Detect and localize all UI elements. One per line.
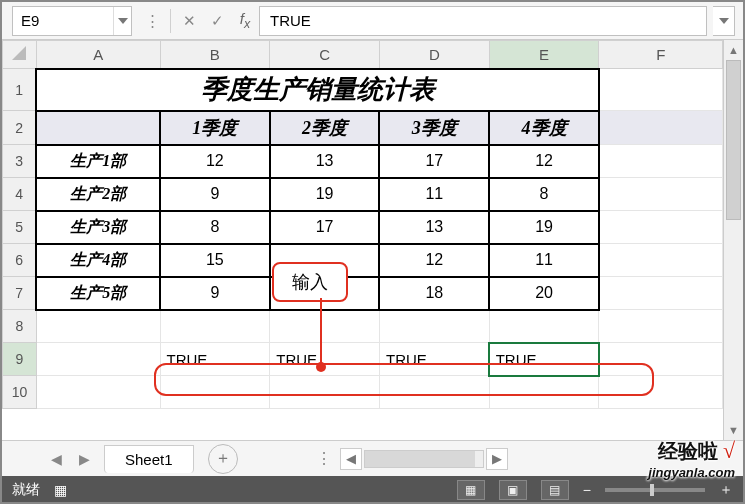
row-label[interactable]: 生产3部 <box>36 211 160 244</box>
empty-cell[interactable] <box>36 310 160 343</box>
data-cell[interactable]: 19 <box>270 178 380 211</box>
row-header[interactable]: 9 <box>3 343 37 376</box>
zoom-slider[interactable] <box>605 488 705 492</box>
empty-cell[interactable] <box>599 178 723 211</box>
select-all-corner[interactable] <box>3 41 37 69</box>
empty-cell[interactable] <box>270 310 380 343</box>
zoom-in-icon[interactable]: ＋ <box>719 481 733 499</box>
formula-input[interactable]: TRUE <box>259 6 707 36</box>
column-header[interactable]: A <box>36 41 160 69</box>
empty-cell[interactable] <box>599 211 723 244</box>
tab-prev-icon[interactable]: ◀ <box>42 445 70 473</box>
scroll-track[interactable] <box>726 60 741 420</box>
scroll-track[interactable] <box>364 450 484 468</box>
row-header[interactable]: 5 <box>3 211 37 244</box>
scroll-thumb[interactable] <box>365 451 475 467</box>
row-header[interactable]: 2 <box>3 111 37 145</box>
result-cell[interactable]: TRUE <box>270 343 380 376</box>
column-header[interactable]: D <box>379 41 489 69</box>
header-cell[interactable]: 3季度 <box>379 111 489 145</box>
table-title[interactable]: 季度生产销量统计表 <box>36 69 599 111</box>
name-box[interactable]: E9 <box>12 6 132 36</box>
data-cell[interactable]: 9 <box>160 277 270 310</box>
row-label[interactable]: 生产5部 <box>36 277 160 310</box>
row-header[interactable]: 8 <box>3 310 37 343</box>
data-cell[interactable] <box>270 244 380 277</box>
macro-icon[interactable]: ▦ <box>54 482 67 498</box>
data-cell[interactable]: 8 <box>489 178 599 211</box>
tab-next-icon[interactable]: ▶ <box>70 445 98 473</box>
empty-cell[interactable] <box>489 376 599 409</box>
data-cell[interactable]: 11 <box>489 244 599 277</box>
zoom-handle[interactable] <box>650 484 654 496</box>
row-header[interactable]: 4 <box>3 178 37 211</box>
row-header[interactable]: 3 <box>3 145 37 178</box>
empty-cell[interactable] <box>599 343 723 376</box>
result-cell[interactable]: TRUE <box>379 343 489 376</box>
scroll-thumb[interactable] <box>726 60 741 220</box>
data-cell[interactable]: 12 <box>160 145 270 178</box>
column-header[interactable]: F <box>599 41 723 69</box>
view-break-icon[interactable]: ▤ <box>541 480 569 500</box>
data-cell[interactable]: 12 <box>379 244 489 277</box>
empty-cell[interactable] <box>599 277 723 310</box>
header-cell[interactable]: 1季度 <box>160 111 270 145</box>
scroll-up-icon[interactable]: ▲ <box>724 40 743 60</box>
header-cell[interactable] <box>36 111 160 145</box>
header-cell[interactable]: 4季度 <box>489 111 599 145</box>
scroll-handle-icon[interactable]: ⋮ <box>308 449 340 468</box>
spreadsheet-grid[interactable]: A B C D E F 1 季度生产销量统计表 2 1季度 <box>2 40 723 409</box>
sheet-tab[interactable]: Sheet1 <box>104 445 194 473</box>
data-cell[interactable]: 10 <box>270 277 380 310</box>
data-cell[interactable]: 13 <box>270 145 380 178</box>
data-cell[interactable]: 8 <box>160 211 270 244</box>
fx-icon[interactable]: fx <box>231 7 259 35</box>
view-page-icon[interactable]: ▣ <box>499 480 527 500</box>
empty-cell[interactable] <box>379 310 489 343</box>
row-header[interactable]: 10 <box>3 376 37 409</box>
empty-cell[interactable] <box>36 376 160 409</box>
empty-cell[interactable] <box>36 343 160 376</box>
row-header[interactable]: 1 <box>3 69 37 111</box>
empty-cell[interactable] <box>599 111 723 145</box>
row-label[interactable]: 生产2部 <box>36 178 160 211</box>
view-normal-icon[interactable]: ▦ <box>457 480 485 500</box>
row-header[interactable]: 7 <box>3 277 37 310</box>
empty-cell[interactable] <box>489 310 599 343</box>
data-cell[interactable]: 12 <box>489 145 599 178</box>
horizontal-scrollbar[interactable]: ⋮ ◀ ▶ <box>308 448 508 470</box>
empty-cell[interactable] <box>160 376 270 409</box>
empty-cell[interactable] <box>270 376 380 409</box>
empty-cell[interactable] <box>160 310 270 343</box>
empty-cell[interactable] <box>599 69 723 111</box>
enter-icon[interactable]: ✓ <box>203 7 231 35</box>
zoom-out-icon[interactable]: − <box>583 482 591 498</box>
result-cell[interactable]: TRUE <box>489 343 599 376</box>
data-cell[interactable]: 13 <box>379 211 489 244</box>
scroll-left-icon[interactable]: ◀ <box>340 448 362 470</box>
row-label[interactable]: 生产4部 <box>36 244 160 277</box>
name-box-dropdown[interactable] <box>113 7 131 35</box>
formula-more-icon[interactable]: ⋮ <box>138 7 166 35</box>
empty-cell[interactable] <box>599 310 723 343</box>
data-cell[interactable]: 19 <box>489 211 599 244</box>
result-cell[interactable]: TRUE <box>160 343 270 376</box>
data-cell[interactable]: 18 <box>379 277 489 310</box>
data-cell[interactable]: 11 <box>379 178 489 211</box>
empty-cell[interactable] <box>599 145 723 178</box>
cancel-icon[interactable]: ✕ <box>175 7 203 35</box>
empty-cell[interactable] <box>599 376 723 409</box>
scroll-right-icon[interactable]: ▶ <box>486 448 508 470</box>
empty-cell[interactable] <box>599 244 723 277</box>
column-header[interactable]: B <box>160 41 270 69</box>
column-header[interactable]: C <box>270 41 380 69</box>
data-cell[interactable]: 9 <box>160 178 270 211</box>
row-header[interactable]: 6 <box>3 244 37 277</box>
vertical-scrollbar[interactable]: ▲ ▼ <box>723 40 743 440</box>
data-cell[interactable]: 15 <box>160 244 270 277</box>
data-cell[interactable]: 17 <box>379 145 489 178</box>
formula-expand-icon[interactable] <box>713 6 735 36</box>
column-header[interactable]: E <box>489 41 599 69</box>
header-cell[interactable]: 2季度 <box>270 111 380 145</box>
row-label[interactable]: 生产1部 <box>36 145 160 178</box>
